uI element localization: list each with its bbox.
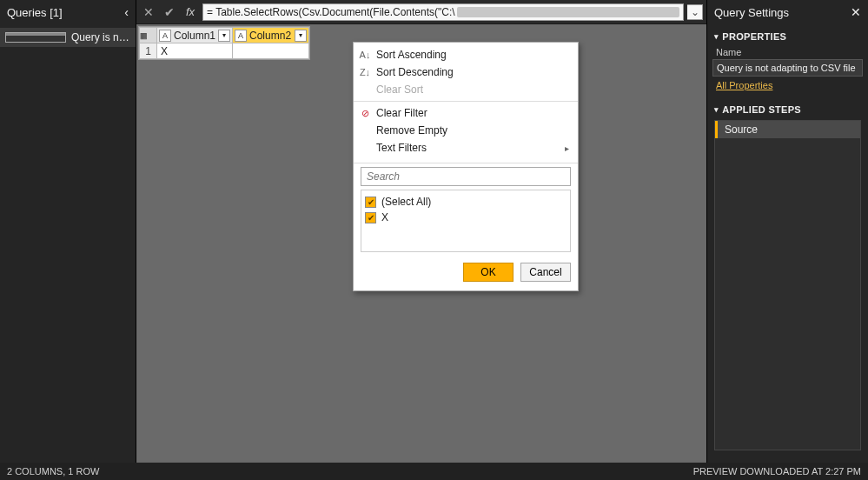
formula-dropdown-icon[interactable]: ⌄ xyxy=(687,4,703,20)
checkbox-icon[interactable]: ✔ xyxy=(365,197,376,208)
collapse-queries-icon[interactable]: ‹ xyxy=(124,5,129,19)
filter-checklist: ✔ (Select All) ✔ X xyxy=(361,190,571,252)
text-filters-menuitem[interactable]: Text Filters ▸ xyxy=(354,139,578,157)
table-icon xyxy=(5,32,66,43)
row-number: 1 xyxy=(140,43,157,59)
center-area: ✕ ✔ fx = Table.SelectRows(Csv.Document(F… xyxy=(136,0,706,463)
clear-filter-icon: ⊘ xyxy=(359,107,371,119)
cancel-button[interactable]: Cancel xyxy=(520,263,571,282)
type-icon[interactable]: A xyxy=(159,30,171,42)
queries-header: Queries [1] ‹ xyxy=(0,0,136,24)
menu-label: Text Filters xyxy=(376,142,427,154)
caret-down-icon: ▾ xyxy=(714,105,719,114)
menu-separator xyxy=(354,163,578,163)
type-icon[interactable]: A xyxy=(235,30,247,42)
formula-input[interactable]: = Table.SelectRows(Csv.Document(File.Con… xyxy=(202,3,684,21)
filter-option[interactable]: ✔ X xyxy=(365,210,567,225)
name-label: Name xyxy=(712,45,863,59)
queries-title: Queries [1] xyxy=(7,6,63,19)
commit-formula-icon[interactable]: ✔ xyxy=(161,3,178,21)
menu-label: Clear Sort xyxy=(376,83,423,96)
query-item[interactable]: Query is not adapting to CS... xyxy=(0,28,136,47)
applied-step[interactable]: Source xyxy=(715,121,860,138)
menu-label: Sort Ascending xyxy=(376,49,447,61)
queries-list: Query is not adapting to CS... xyxy=(0,24,136,50)
formula-bar: ✕ ✔ fx = Table.SelectRows(Csv.Document(F… xyxy=(136,0,706,24)
filter-option-select-all[interactable]: ✔ (Select All) xyxy=(365,194,567,210)
properties-section-header[interactable]: ▾ PROPERTIES xyxy=(712,28,863,45)
menu-separator xyxy=(354,101,578,102)
applied-steps-list: Source xyxy=(714,120,861,450)
cancel-formula-icon[interactable]: ✕ xyxy=(140,3,157,21)
column-name: Column2 xyxy=(249,30,291,42)
sort-descending-menuitem[interactable]: Z↓ Sort Descending xyxy=(354,63,578,81)
fx-icon[interactable]: fx xyxy=(182,3,199,21)
applied-steps-section-header[interactable]: ▾ APPLIED STEPS xyxy=(712,101,863,118)
query-settings-pane: Query Settings ✕ ▾ PROPERTIES Name All P… xyxy=(706,0,868,463)
section-title-label: PROPERTIES xyxy=(722,31,786,42)
cell[interactable] xyxy=(233,43,309,59)
close-icon[interactable]: ✕ xyxy=(851,5,861,19)
grid-area: ▦ A Column1 ▾ xyxy=(136,24,706,463)
section-title-label: APPLIED STEPS xyxy=(722,104,801,115)
menu-label: Clear Filter xyxy=(376,107,427,119)
cell[interactable]: X xyxy=(157,43,233,59)
submenu-arrow-icon: ▸ xyxy=(565,143,569,153)
checkbox-icon[interactable]: ✔ xyxy=(365,212,376,223)
sort-asc-icon: A↓ xyxy=(359,49,371,61)
caret-down-icon: ▾ xyxy=(714,32,719,41)
status-right: PREVIEW DOWNLOADED AT 2:27 PM xyxy=(693,466,861,477)
sort-ascending-menuitem[interactable]: A↓ Sort Ascending xyxy=(354,46,578,63)
query-settings-title: Query Settings xyxy=(714,6,789,19)
clear-filter-menuitem[interactable]: ⊘ Clear Filter xyxy=(354,104,578,122)
filter-option-label: X xyxy=(381,211,388,223)
query-item-label: Query is not adapting to CS... xyxy=(71,31,130,43)
filter-option-label: (Select All) xyxy=(381,196,431,208)
formula-text: = Table.SelectRows(Csv.Document(File.Con… xyxy=(207,6,455,18)
status-bar: 2 COLUMNS, 1 ROW PREVIEW DOWNLOADED AT 2… xyxy=(0,463,868,480)
column-filter-icon[interactable]: ▾ xyxy=(218,30,230,42)
all-properties-link[interactable]: All Properties xyxy=(712,77,776,94)
remove-empty-menuitem[interactable]: Remove Empty xyxy=(354,122,578,139)
queries-pane: Queries [1] ‹ Query is not adapting to C… xyxy=(0,0,136,463)
sort-desc-icon: Z↓ xyxy=(359,66,371,78)
column-name: Column1 xyxy=(174,30,215,42)
status-left: 2 COLUMNS, 1 ROW xyxy=(7,466,99,477)
table-corner[interactable]: ▦ xyxy=(140,28,157,43)
ok-button[interactable]: OK xyxy=(463,263,514,282)
formula-redacted xyxy=(457,7,679,17)
table-row[interactable]: 1 X xyxy=(140,43,309,59)
menu-label: Sort Descending xyxy=(376,66,454,78)
column-filter-icon[interactable]: ▾ xyxy=(295,30,307,42)
column-header-column1[interactable]: A Column1 ▾ xyxy=(157,28,233,43)
column-filter-popup: A↓ Sort Ascending Z↓ Sort Descending Cle… xyxy=(353,42,579,291)
query-settings-header: Query Settings ✕ xyxy=(707,0,868,24)
filter-search-input[interactable] xyxy=(361,167,571,186)
menu-label: Remove Empty xyxy=(376,124,447,137)
column-header-column2[interactable]: A Column2 ▾ xyxy=(233,28,309,43)
applied-step-label: Source xyxy=(725,123,758,136)
data-grid: ▦ A Column1 ▾ xyxy=(138,26,310,60)
clear-sort-menuitem: Clear Sort xyxy=(354,81,578,98)
query-name-input[interactable] xyxy=(712,59,863,77)
